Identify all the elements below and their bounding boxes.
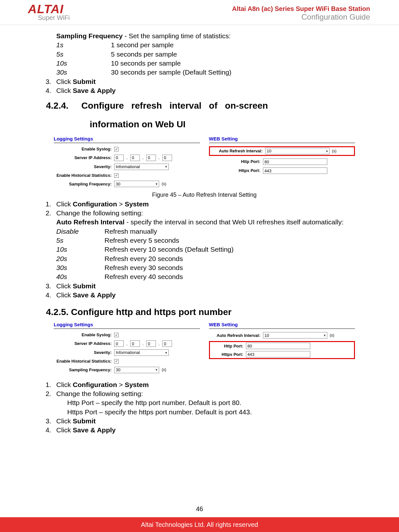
content: Sampling Frequency - Set the sampling ti… <box>0 25 399 435</box>
sec-425-heading: 4.2.5. Configure http and https port num… <box>46 306 352 318</box>
step-bold: Configuration <box>73 381 117 388</box>
ip-part-2b[interactable] <box>130 340 140 347</box>
cell-key: 5s <box>56 50 111 59</box>
http-port-row: Http Port: <box>209 158 355 165</box>
step-item: Click Submit <box>53 282 352 291</box>
product-line: Altai A8n (ac) Series Super WiFi Base St… <box>232 5 370 13</box>
http-port-input-2[interactable] <box>246 343 310 349</box>
footer-copyright: Altai Technologies Ltd. All rights reser… <box>141 521 258 528</box>
ip-part-3[interactable] <box>146 155 156 161</box>
step-item: Click Configuration > System <box>53 380 352 389</box>
severity-label-2: Severity: <box>54 350 112 356</box>
auto-refresh-label-2: Auto Refresh Interval: <box>209 333 260 338</box>
severity-select[interactable]: Informational <box>114 164 169 170</box>
auto-refresh-options: DisableRefresh manually 5sRefresh every … <box>56 227 352 282</box>
sampling-freq-label: Sampling Frequency: <box>54 181 112 187</box>
table-row: DisableRefresh manually <box>56 227 352 236</box>
sampling-section: Sampling Frequency - Set the sampling ti… <box>56 32 352 77</box>
server-ip-row-2: Server IP Address: . . . <box>54 340 200 347</box>
figure-45-caption: Figure 45 – Auto Refresh Interval Settin… <box>56 191 352 199</box>
ip-part-4[interactable] <box>162 155 172 161</box>
sampling-freq-select-2[interactable]: 30 <box>114 367 159 373</box>
table-row: 5sRefresh every 5 seconds <box>56 236 352 245</box>
table-row: 40sRefresh every 40 seconds <box>56 272 352 281</box>
step-item: Click Configuration > System <box>53 200 352 209</box>
sampling-lead: Sampling Frequency - Set the sampling ti… <box>56 32 352 41</box>
table-row: 1s1 second per sample <box>56 41 352 50</box>
enable-syslog-row-2: Enable Syslog: ✓ <box>54 332 200 338</box>
step-bold2: System <box>125 200 149 208</box>
ui-panel-2: Logging Settings Enable Syslog: ✓ Server… <box>54 321 355 375</box>
sec-424-heading-line1: 4.2.4. Configure refresh interval of on-… <box>46 100 352 112</box>
https-port-input[interactable] <box>263 167 327 174</box>
https-port-label-2: Https Port: <box>211 352 243 357</box>
enable-syslog-checkbox-2[interactable]: ✓ <box>114 333 119 337</box>
server-ip-row: Server IP Address: . . . <box>54 155 200 161</box>
step-item: Click Save & Apply <box>53 291 352 300</box>
web-setting-title: WEB Setting <box>209 136 355 143</box>
auto-refresh-unit-2: (s) <box>330 333 334 338</box>
cell-val: Refresh every 30 seconds <box>104 263 352 272</box>
cell-key: 1s <box>56 41 111 50</box>
step-item: Click Save & Apply <box>53 86 352 95</box>
step-pre: Click <box>56 87 73 94</box>
ip-part-3b[interactable] <box>146 340 156 347</box>
step-pre: Click <box>56 291 73 299</box>
hist-stats-label: Enable Historical Statistics: <box>54 173 112 178</box>
cell-key: Disable <box>56 227 104 236</box>
severity-row: Severity: Informational <box>54 164 200 170</box>
ip-part-1b[interactable] <box>114 340 124 347</box>
step-gt: > <box>117 200 125 208</box>
guide-line: Configuration Guide <box>232 13 370 22</box>
sampling-unit: (s) <box>162 181 166 186</box>
sampling-freq-label-2: Sampling Frequency: <box>54 367 112 373</box>
ip-part-2[interactable] <box>130 155 140 161</box>
step-item: Click Submit <box>53 417 352 426</box>
sampling-table: 1s1 second per sample 5s5 seconds per sa… <box>56 41 352 77</box>
ip-part-1[interactable] <box>114 155 124 161</box>
enable-syslog-label: Enable Syslog: <box>54 146 112 152</box>
cell-val: Refresh every 10 seconds (Default Settin… <box>104 245 352 254</box>
logo: ALTAI Super WiFi <box>29 3 70 22</box>
http-port-label-2: Http Port: <box>211 343 243 349</box>
sampling-freq-select[interactable]: 30 <box>114 181 159 187</box>
step2-sublines: Http Port – specify the http port number… <box>67 398 352 417</box>
hist-stats-label-2: Enable Historical Statistics: <box>54 358 112 364</box>
severity-select-2[interactable]: Informational <box>114 349 169 356</box>
enable-syslog-checkbox[interactable]: ✓ <box>114 147 119 151</box>
page-header: ALTAI Super WiFi Altai A8n (ac) Series S… <box>0 0 399 25</box>
step-item: Click Save & Apply <box>53 426 352 435</box>
auto-refresh-select-2[interactable]: 10 <box>263 332 327 338</box>
hist-stats-checkbox-2[interactable]: ✓ <box>114 359 119 364</box>
cell-val: Refresh every 20 seconds <box>104 254 352 263</box>
sec425-steps: Click Configuration > System Change the … <box>44 380 352 435</box>
sampling-freq-row: Sampling Frequency: 30 (s) <box>54 181 200 187</box>
sec424-steps: Click Configuration > System Change the … <box>44 200 352 300</box>
step-pre: Click <box>56 417 73 425</box>
ip-part-4b[interactable] <box>162 340 172 347</box>
https-port-desc: Https Port – specify the https port numb… <box>67 408 352 417</box>
ui-right-col-2: WEB Setting Auto Refresh Interval: 10 (s… <box>209 321 355 375</box>
step-pre: Click <box>56 78 73 85</box>
heading-prefix: 4.2.4. <box>46 100 68 112</box>
sampling-freq-row-2: Sampling Frequency: 30 (s) <box>54 367 200 373</box>
step-item: Click Submit <box>53 77 352 86</box>
cell-key: 10s <box>56 245 104 254</box>
auto-refresh-label: Auto Refresh Interval: <box>211 148 263 154</box>
auto-refresh-desc: Auto Refresh Interval - specify the inte… <box>56 218 352 227</box>
hist-stats-checkbox[interactable]: ✓ <box>114 173 119 178</box>
ports-highlighted-box: Http Port: Https Port: <box>209 341 355 359</box>
severity-row-2: Severity: Informational <box>54 349 200 356</box>
enable-syslog-label-2: Enable Syslog: <box>54 332 112 338</box>
auto-refresh-select[interactable]: 10 <box>265 148 330 154</box>
step-pre: Click <box>56 200 73 208</box>
table-row: 30sRefresh every 30 seconds <box>56 263 352 272</box>
table-row: 5s5 seconds per sample <box>56 50 352 59</box>
web-setting-title-2: WEB Setting <box>209 321 355 329</box>
step-bold: Submit <box>73 282 95 290</box>
https-port-input-2[interactable] <box>246 351 310 357</box>
table-row: 10sRefresh every 10 seconds (Default Set… <box>56 245 352 254</box>
table-row: 30s30 seconds per sample (Default Settin… <box>56 68 352 77</box>
http-port-input[interactable] <box>263 158 327 165</box>
cell-val: Refresh manually <box>104 227 352 236</box>
